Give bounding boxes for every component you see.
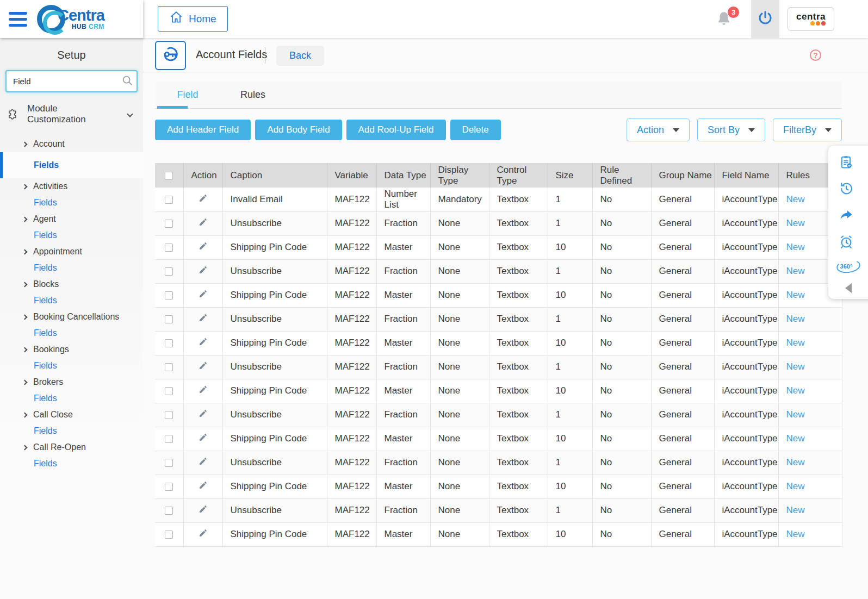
rules-new-link[interactable]: New	[786, 194, 805, 204]
edit-pencil-icon[interactable]	[199, 504, 208, 516]
logout-button[interactable]	[751, 0, 779, 38]
sidebar-item-fields[interactable]: Fields	[0, 260, 143, 276]
edit-pencil-icon[interactable]	[199, 361, 208, 373]
edit-pencil-icon[interactable]	[199, 409, 208, 421]
back-button[interactable]: Back	[276, 46, 324, 66]
rules-new-link[interactable]: New	[786, 457, 805, 467]
row-checkbox[interactable]	[165, 291, 173, 300]
history-icon[interactable]	[838, 181, 854, 196]
sidebar-search-input[interactable]	[13, 77, 121, 86]
alarm-clock-icon[interactable]	[838, 234, 854, 249]
notifications-button[interactable]: 3	[715, 10, 737, 32]
tab-rules[interactable]: Rules	[220, 82, 286, 108]
hamburger-menu-icon[interactable]	[9, 12, 27, 27]
delete-button[interactable]: Delete	[450, 120, 501, 140]
tab-field[interactable]: Field	[155, 82, 220, 108]
row-checkbox[interactable]	[165, 267, 173, 276]
sidebar-item-booking-cancellations[interactable]: Booking Cancellations	[0, 309, 143, 325]
cell-control-type: Textbox	[489, 475, 548, 498]
filterby-dropdown[interactable]: FilterBy	[773, 118, 842, 141]
row-checkbox[interactable]	[165, 363, 173, 371]
edit-pencil-icon[interactable]	[199, 241, 208, 253]
sidebar-item-call-re-open[interactable]: Call Re-Open	[0, 439, 143, 456]
module-customization-section[interactable]: Module Customization	[0, 92, 143, 129]
fields-key-button[interactable]	[155, 41, 186, 70]
sortby-dropdown[interactable]: Sort By	[697, 118, 765, 141]
help-icon[interactable]: ?	[810, 49, 821, 61]
rules-new-link[interactable]: New	[786, 266, 805, 276]
home-button[interactable]: Home	[158, 6, 228, 32]
edit-pencil-icon[interactable]	[199, 457, 208, 469]
row-checkbox[interactable]	[165, 387, 173, 395]
sidebar-item-call-close[interactable]: Call Close	[0, 407, 143, 423]
edit-pencil-icon[interactable]	[199, 433, 208, 445]
row-checkbox[interactable]	[165, 244, 173, 252]
sidebar-item-brokers[interactable]: Brokers	[0, 374, 143, 390]
select-all-checkbox[interactable]	[165, 172, 173, 180]
edit-pencil-icon[interactable]	[199, 481, 208, 492]
cell-caption: Unsubscribe	[222, 498, 327, 522]
sidebar-item-fields[interactable]: Fields	[0, 292, 143, 309]
rules-new-link[interactable]: New	[786, 385, 805, 396]
search-icon[interactable]	[121, 74, 133, 89]
row-checkbox[interactable]	[165, 459, 173, 467]
row-checkbox[interactable]	[165, 315, 173, 323]
edit-pencil-icon[interactable]	[199, 265, 208, 277]
action-dropdown[interactable]: Action	[627, 118, 690, 141]
rules-new-link[interactable]: New	[786, 505, 805, 515]
row-checkbox[interactable]	[165, 411, 173, 419]
sidebar-item-appointment[interactable]: Appointment	[0, 244, 143, 260]
share-icon[interactable]	[838, 208, 854, 223]
sidebar-item-fields[interactable]: Fields	[0, 423, 143, 439]
cell-control-type: Textbox	[489, 211, 548, 235]
row-checkbox[interactable]	[165, 507, 173, 515]
clipboard-check-icon[interactable]	[838, 154, 854, 170]
sidebar-item-blocks[interactable]: Blocks	[0, 276, 143, 292]
cell-group-name: General	[651, 188, 714, 211]
rules-new-link[interactable]: New	[786, 529, 805, 539]
row-checkbox[interactable]	[165, 483, 173, 491]
sidebar-item-fields[interactable]: Fields	[0, 390, 143, 407]
rules-new-link[interactable]: New	[786, 290, 805, 300]
rules-new-link[interactable]: New	[786, 218, 805, 228]
sidebar-item-agent[interactable]: Agent	[0, 211, 143, 227]
row-checkbox[interactable]	[165, 435, 173, 443]
rules-new-link[interactable]: New	[786, 409, 805, 420]
page-title: Account Fields	[196, 48, 267, 61]
sidebar-item-account[interactable]: Account	[0, 136, 143, 152]
edit-pencil-icon[interactable]	[199, 217, 208, 229]
row-checkbox[interactable]	[165, 339, 173, 347]
sidebar-item-fields[interactable]: Fields	[0, 325, 143, 341]
edit-pencil-icon[interactable]	[199, 313, 208, 325]
sidebar-item-fields[interactable]: Fields	[0, 227, 143, 244]
rules-new-link[interactable]: New	[786, 361, 805, 372]
cell-size: 10	[548, 331, 592, 355]
edit-pencil-icon[interactable]	[199, 289, 208, 301]
edit-pencil-icon[interactable]	[199, 337, 208, 349]
cell-variable: MAF122	[327, 331, 376, 355]
sidebar-item-activities[interactable]: Activities	[0, 178, 143, 195]
collapse-panel-icon[interactable]	[838, 283, 854, 294]
sidebar-item-fields[interactable]: Fields	[0, 358, 143, 374]
add-header-field-button[interactable]: Add Header Field	[155, 120, 251, 140]
row-checkbox[interactable]	[165, 196, 173, 204]
row-checkbox[interactable]	[165, 531, 173, 539]
edit-pencil-icon[interactable]	[199, 194, 208, 205]
cell-group-name: General	[651, 331, 714, 355]
sidebar-item-fields[interactable]: Fields	[0, 152, 143, 178]
rules-new-link[interactable]: New	[786, 338, 805, 348]
rules-new-link[interactable]: New	[786, 481, 805, 491]
sidebar-item-fields[interactable]: Fields	[0, 195, 143, 211]
add-roolup-field-button[interactable]: Add Rool-Up Field	[346, 120, 446, 140]
add-body-field-button[interactable]: Add Body Field	[255, 120, 342, 140]
rules-new-link[interactable]: New	[786, 314, 805, 324]
rules-new-link[interactable]: New	[786, 242, 805, 252]
row-checkbox[interactable]	[165, 220, 173, 228]
edit-pencil-icon[interactable]	[199, 385, 208, 397]
sidebar-item-label: Fields	[34, 328, 57, 338]
edit-pencil-icon[interactable]	[199, 528, 208, 540]
sidebar-item-bookings[interactable]: Bookings	[0, 341, 143, 358]
sidebar-item-fields[interactable]: Fields	[0, 456, 143, 472]
rules-new-link[interactable]: New	[786, 433, 805, 444]
360-view-icon[interactable]: 360°	[838, 261, 854, 272]
